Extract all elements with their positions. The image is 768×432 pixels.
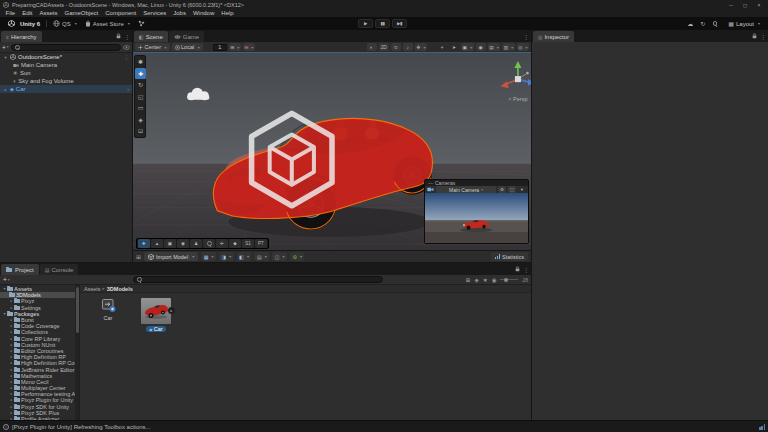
more-icon[interactable]: ⋮: [523, 33, 529, 40]
shading-mode-button[interactable]: ◐: [367, 43, 377, 51]
toolbox-move-button[interactable]: ✚: [138, 239, 150, 248]
step-button[interactable]: ▶▮: [392, 19, 407, 28]
lock-icon[interactable]: [752, 33, 757, 39]
rotate-tool[interactable]: ↻: [135, 79, 146, 91]
create-asset-button[interactable]: +: [3, 276, 10, 283]
account-dropdown[interactable]: QS: [49, 19, 81, 28]
menu-file[interactable]: File: [2, 10, 19, 16]
asset-item-car-model[interactable]: Car: [90, 298, 126, 332]
menu-window[interactable]: Window: [189, 10, 217, 16]
transform-tool[interactable]: ◈: [135, 114, 146, 126]
toolbox-merge-button[interactable]: ✛: [216, 239, 228, 248]
pixyz-tool-dropdown-1[interactable]: ▦: [201, 252, 216, 261]
gizmos-dropdown[interactable]: ◎: [517, 43, 529, 51]
hidden-packages-badge[interactable]: 28: [522, 277, 528, 283]
custom-tool[interactable]: ⊡: [135, 125, 146, 137]
menu-component[interactable]: Component: [102, 10, 140, 16]
toolbox-pt-button[interactable]: PT: [255, 239, 267, 248]
breadcrumb-current[interactable]: 3DModels: [107, 286, 133, 292]
search-by-type-icon[interactable]: ⊞: [466, 277, 471, 283]
import-model-button[interactable]: Import Model: [144, 252, 198, 261]
lighting-toggle-button[interactable]: ⊙: [391, 43, 401, 51]
plastic-scm-button[interactable]: [134, 19, 149, 28]
toolbox-orient-button[interactable]: ▲: [151, 239, 163, 248]
lock-icon[interactable]: [515, 266, 520, 272]
persp-label[interactable]: < Persp: [508, 96, 527, 102]
save-search-icon[interactable]: ★: [483, 277, 488, 283]
toolbox-decimate-button[interactable]: ♟: [190, 239, 202, 248]
statistics-button[interactable]: Statistics: [491, 252, 528, 261]
toolbox-s1-button[interactable]: S1: [242, 239, 254, 248]
grid-size-field[interactable]: 1: [213, 44, 227, 51]
hierarchy-item-sun[interactable]: ☀ Sun: [0, 69, 132, 77]
breadcrumb-root[interactable]: Assets: [84, 286, 101, 292]
scene-visibility-icon[interactable]: [123, 45, 130, 50]
hierarchy-item-sky-fog-volume[interactable]: ◐ Sky and Fog Volume: [0, 77, 132, 85]
thumbnail-size-slider[interactable]: [500, 279, 518, 280]
prefab-open-arrow-icon[interactable]: ›: [127, 86, 129, 92]
pause-button[interactable]: ▮▮: [375, 19, 390, 28]
hierarchy-search-input[interactable]: [11, 44, 121, 51]
menu-edit[interactable]: Edit: [19, 10, 36, 16]
scene-visibility-button[interactable]: ◉: [476, 43, 486, 51]
maximize-button[interactable]: ◻: [738, 0, 752, 9]
rect-tool[interactable]: ▭: [135, 102, 146, 114]
camera-more-dropdown[interactable]: ▾: [518, 186, 526, 193]
cloud-icon[interactable]: ☁: [687, 20, 693, 27]
tab-console[interactable]: ▤ Console: [40, 264, 79, 275]
hidden-objects-button[interactable]: ⌖: [437, 43, 447, 51]
more-icon[interactable]: ⋮: [124, 33, 130, 40]
pixyz-tool-dropdown-5[interactable]: ◫: [272, 252, 287, 261]
camera-settings-dropdown[interactable]: ▤: [488, 43, 501, 51]
hierarchy-item-car[interactable]: ▸ ◆ Car ›: [0, 85, 132, 93]
search-icon[interactable]: [712, 21, 717, 26]
info-icon[interactable]: ◉: [492, 277, 497, 283]
layout-dropdown[interactable]: ▦ Layout: [724, 19, 764, 28]
pixyz-tool-dropdown-4[interactable]: ▤: [254, 252, 269, 261]
tab-game[interactable]: Game: [169, 31, 204, 42]
sync-icon[interactable]: ↻: [700, 20, 705, 27]
play-button[interactable]: ▶: [358, 19, 373, 28]
hierarchy-item-main-camera[interactable]: Main Camera: [0, 61, 132, 69]
add-gameobject-button[interactable]: +: [2, 44, 9, 51]
scale-tool[interactable]: ◱: [135, 91, 146, 103]
lock-icon[interactable]: [116, 33, 121, 39]
menu-assets[interactable]: Assets: [36, 10, 61, 16]
activity-indicator-icon[interactable]: [759, 424, 765, 430]
2d-toggle-button[interactable]: 2D: [379, 43, 389, 51]
more-icon[interactable]: ⋮: [523, 266, 529, 273]
audio-toggle-button[interactable]: ♪: [403, 43, 413, 51]
tab-project[interactable]: Project: [1, 264, 39, 275]
menu-gameobject[interactable]: GameObject: [61, 10, 102, 16]
menu-services[interactable]: Services: [140, 10, 170, 16]
effects-dropdown[interactable]: ❖: [415, 43, 427, 51]
minimize-button[interactable]: ─: [724, 0, 738, 9]
menu-jobs[interactable]: Jobs: [170, 10, 190, 16]
camera-fly-button[interactable]: ➤: [449, 43, 459, 51]
more-icon[interactable]: ⋮: [124, 54, 129, 60]
tree-scrollbar[interactable]: [75, 285, 79, 420]
more-icon[interactable]: ⋮: [760, 33, 766, 40]
menu-help[interactable]: Help: [218, 10, 237, 16]
asset-store-dropdown[interactable]: Asset Store: [81, 19, 134, 28]
hierarchy-item-scene-root[interactable]: ▼ OutdoorsScene* ⋮: [0, 53, 132, 61]
tool-orientation-dropdown[interactable]: Local: [172, 43, 203, 51]
toolbox-uv-button[interactable]: ▣: [164, 239, 176, 248]
pixyz-tool-dropdown-2[interactable]: ◨: [219, 252, 234, 261]
status-bar[interactable]: i [Pixyz Plugin for Unity] Refreshing To…: [0, 420, 768, 432]
component-visibility-dropdown[interactable]: ▣: [461, 43, 474, 51]
tab-inspector[interactable]: ◎ Inspector: [533, 31, 574, 42]
move-tool[interactable]: ✚: [135, 68, 146, 80]
camera-settings-button[interactable]: ⚙: [498, 186, 506, 193]
subasset-expand-icon[interactable]: ▸: [168, 307, 175, 314]
grid-toggle-icon[interactable]: ⊞: [136, 253, 141, 260]
tab-hierarchy[interactable]: ≡ Hierarchy: [1, 31, 42, 42]
toolbox-sphere-button[interactable]: ◉: [177, 239, 189, 248]
toolbox-inspect-button[interactable]: [203, 239, 215, 248]
snap-increment-dropdown[interactable]: ⊞: [243, 43, 255, 51]
asset-item-car-prefab[interactable]: ▸ ◆Car: [138, 298, 174, 332]
search-by-label-icon[interactable]: ◈: [474, 277, 478, 283]
tool-pivot-dropdown[interactable]: Center: [135, 43, 170, 51]
camera-expand-button[interactable]: ▢: [508, 186, 516, 193]
close-button[interactable]: ×: [752, 0, 766, 9]
